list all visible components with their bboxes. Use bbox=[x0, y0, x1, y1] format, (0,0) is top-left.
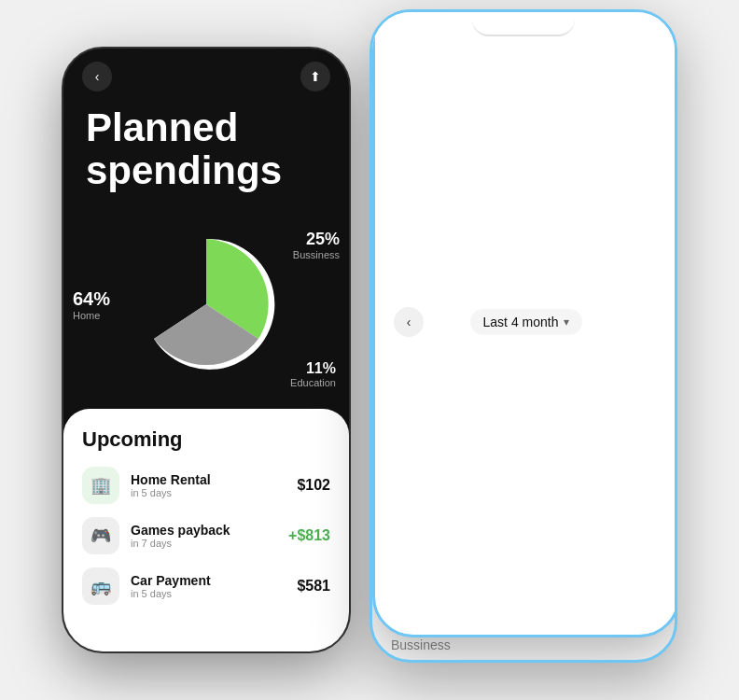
home-rental-amount: $102 bbox=[297, 477, 330, 494]
right-notch bbox=[472, 12, 575, 36]
upcoming-card: Upcoming 🏢 Home Rental in 5 days $102 🎮 … bbox=[63, 409, 349, 651]
title-section: Plannedspendings bbox=[63, 97, 349, 192]
period-label: Last 4 month bbox=[483, 315, 559, 329]
list-item: 🚌 Car Payment in 5 days $581 bbox=[82, 567, 330, 605]
share-icon: ⬆ bbox=[310, 69, 321, 84]
pie-label-education: 11% Education bbox=[290, 360, 336, 388]
car-payment-name: Car Payment bbox=[131, 573, 286, 588]
education-category: Education bbox=[290, 377, 336, 388]
games-payback-sub: in 7 days bbox=[131, 538, 277, 549]
phones-container: ‹ ⬆ Plannedspendings 64% Home 25% Bussin… bbox=[62, 37, 677, 663]
home-rental-sub: in 5 days bbox=[131, 487, 286, 498]
page-title: Plannedspendings bbox=[86, 106, 327, 192]
period-selector[interactable]: Last 4 month ▾ bbox=[470, 309, 583, 335]
chevron-down-icon: ▾ bbox=[564, 315, 569, 329]
games-payback-amount: +$813 bbox=[288, 527, 330, 544]
home-percentage: 64% bbox=[73, 288, 110, 310]
home-rental-details: Home Rental in 5 days bbox=[131, 472, 286, 498]
pie-label-home: 64% Home bbox=[73, 288, 110, 321]
left-back-button[interactable]: ‹ bbox=[82, 62, 112, 91]
games-payback-name: Games payback bbox=[131, 523, 277, 538]
home-category: Home bbox=[73, 310, 110, 321]
games-payback-details: Games payback in 7 days bbox=[131, 523, 277, 549]
amount-row: 12.000 USD bbox=[391, 656, 656, 663]
car-payment-icon: 🚌 bbox=[82, 567, 119, 605]
list-item: 🏢 Home Rental in 5 days $102 bbox=[82, 467, 330, 504]
left-share-button[interactable]: ⬆ bbox=[300, 62, 330, 91]
pie-labels: 64% Home 25% Bussiness 11% Education bbox=[63, 202, 349, 407]
left-phone: ‹ ⬆ Plannedspendings 64% Home 25% Bussin… bbox=[62, 47, 351, 653]
list-item: 🎮 Games payback in 7 days +$813 bbox=[82, 517, 330, 554]
right-phone: ‹ Last 4 month ▾ Bussiness 12.000 USD $3… bbox=[370, 9, 677, 663]
category-label: Bussiness bbox=[391, 637, 656, 652]
right-content: Bussiness 12.000 USD $3k Jun $6k Jul bbox=[372, 637, 675, 663]
business-percentage: 25% bbox=[293, 230, 340, 249]
home-rental-name: Home Rental bbox=[131, 472, 286, 487]
pie-label-business: 25% Bussiness bbox=[293, 230, 340, 260]
left-notch bbox=[160, 49, 253, 71]
car-payment-amount: $581 bbox=[297, 578, 330, 595]
amount-value: 12.000 bbox=[391, 656, 517, 663]
games-payback-icon: 🎮 bbox=[82, 517, 119, 554]
car-payment-sub: in 5 days bbox=[131, 588, 286, 599]
right-back-button[interactable]: ‹ bbox=[394, 307, 424, 337]
right-top-bar: ‹ Last 4 month ▾ bbox=[372, 9, 677, 637]
car-payment-details: Car Payment in 5 days bbox=[131, 573, 286, 599]
education-percentage: 11% bbox=[290, 360, 336, 377]
home-rental-icon: 🏢 bbox=[82, 467, 119, 504]
upcoming-title: Upcoming bbox=[82, 427, 330, 452]
business-category: Bussiness bbox=[293, 249, 340, 260]
pie-section: 64% Home 25% Bussiness 11% Education bbox=[63, 202, 349, 407]
